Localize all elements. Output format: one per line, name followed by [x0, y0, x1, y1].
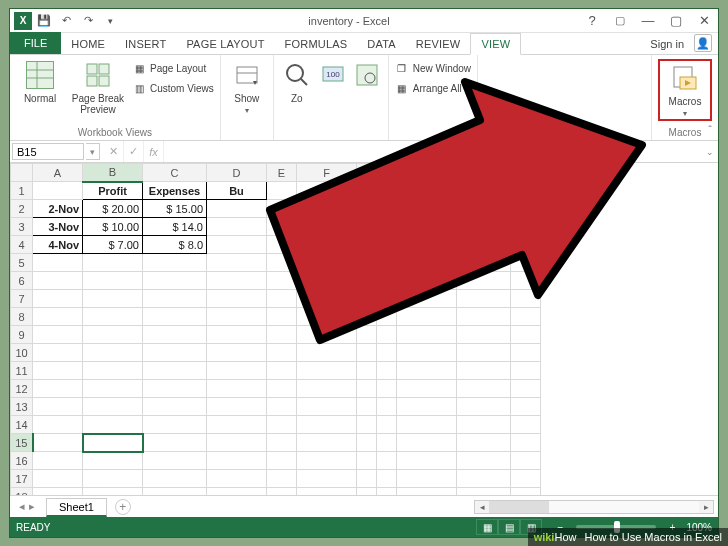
cell-C3[interactable]: $ 14.0: [143, 218, 207, 236]
cell-D2[interactable]: [207, 200, 267, 218]
cell-E14[interactable]: [267, 416, 297, 434]
cell-I3[interactable]: [397, 218, 457, 236]
cell-H2[interactable]: [377, 200, 397, 218]
cell-G3[interactable]: [357, 218, 377, 236]
row-header-3[interactable]: 3: [11, 218, 33, 236]
cell-A14[interactable]: [33, 416, 83, 434]
cell-I17[interactable]: [397, 470, 457, 488]
cell-J7[interactable]: [457, 290, 511, 308]
cell-A7[interactable]: [33, 290, 83, 308]
cell-G16[interactable]: [357, 452, 377, 470]
row-header-7[interactable]: 7: [11, 290, 33, 308]
row-header-14[interactable]: 14: [11, 416, 33, 434]
cell-A16[interactable]: [33, 452, 83, 470]
cell-B1[interactable]: Profit: [83, 182, 143, 200]
cell-F2[interactable]: [297, 200, 357, 218]
cell-F15[interactable]: [297, 434, 357, 452]
cell-J11[interactable]: [457, 362, 511, 380]
ribbon-options-button[interactable]: ▢: [606, 10, 634, 32]
col-header-H[interactable]: H: [377, 164, 397, 182]
cell-I9[interactable]: [397, 326, 457, 344]
cell-H9[interactable]: [377, 326, 397, 344]
cell-E15[interactable]: [267, 434, 297, 452]
cell-B14[interactable]: [83, 416, 143, 434]
cell-F3[interactable]: [297, 218, 357, 236]
cell-G6[interactable]: [357, 272, 377, 290]
cell-G2[interactable]: [357, 200, 377, 218]
cell-D4[interactable]: [207, 236, 267, 254]
zoom-selection-button[interactable]: [352, 59, 382, 91]
cell-H10[interactable]: [377, 344, 397, 362]
col-header-A[interactable]: A: [33, 164, 83, 182]
cell-B10[interactable]: [83, 344, 143, 362]
cell-F4[interactable]: $ 14.00: [297, 236, 357, 254]
cell-K13[interactable]: [511, 398, 541, 416]
cell-H8[interactable]: [377, 308, 397, 326]
cell-J8[interactable]: [457, 308, 511, 326]
cell-F17[interactable]: [297, 470, 357, 488]
cell-I13[interactable]: [397, 398, 457, 416]
cell-E16[interactable]: [267, 452, 297, 470]
select-all-corner[interactable]: [11, 164, 33, 182]
zoom-button[interactable]: Zo: [280, 59, 314, 104]
cell-D11[interactable]: [207, 362, 267, 380]
cell-B7[interactable]: [83, 290, 143, 308]
cell-E9[interactable]: [267, 326, 297, 344]
cell-H15[interactable]: [377, 434, 397, 452]
cell-I16[interactable]: [397, 452, 457, 470]
cell-E11[interactable]: [267, 362, 297, 380]
cell-K15[interactable]: [511, 434, 541, 452]
cell-F6[interactable]: [297, 272, 357, 290]
cell-F1[interactable]: [297, 182, 357, 200]
row-header-18[interactable]: 18: [11, 488, 33, 496]
cell-C1[interactable]: Expenses: [143, 182, 207, 200]
cell-D1[interactable]: Bu: [207, 182, 267, 200]
cell-H13[interactable]: [377, 398, 397, 416]
row-header-15[interactable]: 15: [11, 434, 33, 452]
horizontal-scrollbar[interactable]: ◂ ▸: [474, 500, 714, 514]
cell-C4[interactable]: $ 8.0: [143, 236, 207, 254]
cell-I18[interactable]: [397, 488, 457, 496]
cell-I4[interactable]: [397, 236, 457, 254]
cell-C16[interactable]: [143, 452, 207, 470]
hscroll-right-icon[interactable]: ▸: [699, 501, 713, 513]
cell-K14[interactable]: [511, 416, 541, 434]
cell-K9[interactable]: [511, 326, 541, 344]
cell-E3[interactable]: [267, 218, 297, 236]
cell-J5[interactable]: [457, 254, 511, 272]
cell-H3[interactable]: [377, 218, 397, 236]
cell-C12[interactable]: [143, 380, 207, 398]
cell-K2[interactable]: [511, 200, 541, 218]
cell-C11[interactable]: [143, 362, 207, 380]
maximize-button[interactable]: ▢: [662, 10, 690, 32]
cell-J6[interactable]: [457, 272, 511, 290]
formula-input[interactable]: [164, 141, 702, 162]
cell-C6[interactable]: [143, 272, 207, 290]
signin-link[interactable]: Sign in: [642, 34, 692, 54]
cell-C7[interactable]: [143, 290, 207, 308]
cell-I12[interactable]: [397, 380, 457, 398]
name-box[interactable]: B15: [12, 143, 84, 160]
cell-D6[interactable]: [207, 272, 267, 290]
avatar-icon[interactable]: 👤: [694, 34, 712, 52]
cell-K8[interactable]: [511, 308, 541, 326]
cell-A6[interactable]: [33, 272, 83, 290]
row-header-12[interactable]: 12: [11, 380, 33, 398]
sheet-nav-buttons[interactable]: ◂ ▸: [10, 500, 44, 513]
cell-A5[interactable]: [33, 254, 83, 272]
close-button[interactable]: ✕: [690, 10, 718, 32]
row-header-1[interactable]: 1: [11, 182, 33, 200]
row-header-2[interactable]: 2: [11, 200, 33, 218]
cell-A1[interactable]: [33, 182, 83, 200]
cell-K1[interactable]: [511, 182, 541, 200]
tab-formulas[interactable]: FORMULAS: [275, 34, 358, 54]
cell-I2[interactable]: [397, 200, 457, 218]
col-header-B[interactable]: B: [83, 164, 143, 182]
cell-F10[interactable]: [297, 344, 357, 362]
row-header-8[interactable]: 8: [11, 308, 33, 326]
cell-A10[interactable]: [33, 344, 83, 362]
cell-H6[interactable]: [377, 272, 397, 290]
cell-F7[interactable]: [297, 290, 357, 308]
tab-view[interactable]: VIEW: [470, 33, 521, 55]
row-header-9[interactable]: 9: [11, 326, 33, 344]
